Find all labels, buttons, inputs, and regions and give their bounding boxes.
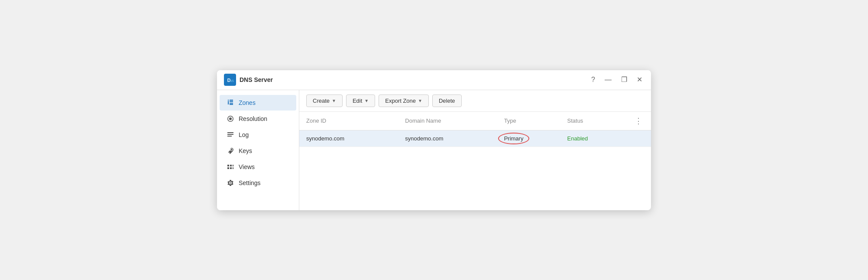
sidebar-label-resolution: Resolution	[239, 115, 267, 122]
main-content: Zones Resolution Log	[217, 90, 651, 210]
sidebar-label-views: Views	[239, 163, 255, 170]
settings-icon	[227, 179, 234, 187]
table-header-row: Zone ID Domain Name Type Status ⋮	[299, 112, 651, 130]
cell-zone-id: synodemo.com	[299, 130, 398, 147]
sidebar-item-views[interactable]: Views	[220, 159, 296, 175]
resolution-icon	[227, 115, 234, 123]
table-row[interactable]: synodemo.com synodemo.com Primary Enable…	[299, 130, 651, 147]
close-button[interactable]: ✕	[635, 75, 644, 84]
col-domain-name: Domain Name	[398, 112, 497, 130]
type-value: Primary	[504, 135, 524, 142]
app-title: DNS Server	[240, 76, 589, 83]
edit-button[interactable]: Edit ▼	[346, 94, 375, 107]
export-zone-button[interactable]: Export Zone ▼	[379, 94, 429, 107]
cell-status: Enabled	[560, 130, 626, 147]
sidebar-item-keys[interactable]: Keys	[220, 143, 296, 159]
keys-icon	[227, 147, 234, 155]
col-status: Status	[560, 112, 626, 130]
content-area: Create ▼ Edit ▼ Export Zone ▼ Delete	[299, 90, 651, 210]
delete-button[interactable]: Delete	[432, 94, 462, 107]
table-more-icon[interactable]: ⋮	[633, 115, 644, 127]
maximize-button[interactable]: ❐	[619, 75, 629, 84]
col-type: Type	[497, 112, 560, 130]
create-button[interactable]: Create ▼	[306, 94, 343, 107]
export-caret: ▼	[418, 98, 422, 103]
cell-domain-name: synodemo.com	[398, 130, 497, 147]
table-area: Zone ID Domain Name Type Status ⋮ synode…	[299, 112, 651, 210]
app-icon: D NS	[224, 74, 236, 86]
create-caret: ▼	[332, 98, 336, 103]
sidebar-item-log[interactable]: Log	[220, 127, 296, 143]
views-icon	[227, 163, 234, 171]
sidebar: Zones Resolution Log	[217, 90, 299, 210]
sidebar-item-settings[interactable]: Settings	[220, 175, 296, 191]
app-window: D NS DNS Server ? — ❐ ✕ Zones	[217, 70, 651, 210]
zones-table: Zone ID Domain Name Type Status ⋮ synode…	[299, 112, 651, 147]
sidebar-item-zones[interactable]: Zones	[220, 95, 296, 111]
cell-more	[626, 130, 651, 147]
svg-text:NS: NS	[230, 79, 234, 83]
cell-type: Primary	[497, 130, 560, 147]
zones-icon	[227, 99, 234, 107]
edit-caret: ▼	[364, 98, 369, 103]
sidebar-label-keys: Keys	[239, 147, 252, 154]
sidebar-label-settings: Settings	[239, 179, 261, 186]
titlebar: D NS DNS Server ? — ❐ ✕	[217, 70, 651, 90]
col-more: ⋮	[626, 112, 651, 130]
col-zone-id: Zone ID	[299, 112, 398, 130]
sidebar-label-log: Log	[239, 131, 249, 138]
minimize-button[interactable]: —	[603, 75, 613, 84]
log-icon	[227, 131, 234, 139]
window-controls: ? — ❐ ✕	[589, 75, 644, 84]
toolbar: Create ▼ Edit ▼ Export Zone ▼ Delete	[299, 90, 651, 112]
sidebar-item-resolution[interactable]: Resolution	[220, 111, 296, 127]
sidebar-label-zones: Zones	[239, 99, 256, 106]
help-button[interactable]: ?	[589, 75, 597, 84]
